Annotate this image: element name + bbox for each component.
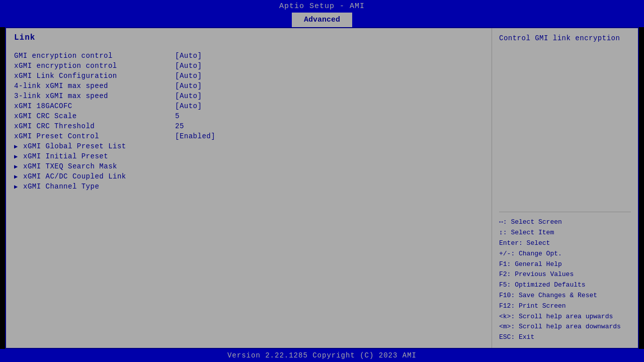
submenu-arrow-icon: ▶ [14, 163, 22, 170]
setting-row[interactable]: xGMI CRC Threshold25 [14, 122, 484, 131]
key-hint-row: F10: Save Changes & Reset [499, 291, 631, 301]
setting-name: 3-link xGMI max speed [14, 92, 175, 100]
key-hint-row: F5: Optimized Defaults [499, 280, 631, 291]
setting-row[interactable]: 3-link xGMI max speed[Auto] [14, 92, 484, 101]
setting-name: xGMI Preset Control [14, 132, 175, 140]
setting-name: xGMI Link Configuration [14, 72, 175, 80]
setting-value: [Auto] [175, 62, 202, 70]
key-hint-row: ESC: Exit [499, 332, 631, 343]
submenu-arrow-icon: ▶ [14, 143, 22, 150]
key-hint-row: F12: Print Screen [499, 301, 631, 312]
submenu-arrow-icon: ▶ [14, 153, 22, 160]
submenu-arrow-icon: ▶ [14, 183, 22, 191]
footer-text: Version 2.22.1285 Copyright (C) 2023 AMI [227, 351, 417, 359]
setting-name: xGMI CRC Threshold [14, 122, 175, 130]
submenu-row[interactable]: ▶xGMI Initial Preset [14, 152, 484, 161]
key-hint-row: <k>: Scroll help area upwards [499, 312, 631, 322]
setting-row[interactable]: xGMI CRC Scale5 [14, 112, 484, 121]
tab-bar: Advanced [0, 13, 644, 27]
divider [499, 212, 631, 212]
setting-name: xGMI encryption control [14, 62, 175, 70]
setting-value: [Auto] [175, 102, 202, 110]
setting-value: [Auto] [175, 72, 202, 80]
panel-title: Link [14, 33, 484, 42]
setting-row[interactable]: 4-link xGMI max speed[Auto] [14, 81, 484, 90]
setting-row[interactable]: xGMI encryption control[Auto] [14, 61, 484, 70]
submenu-name: xGMI AC/DC Coupled Link [23, 172, 126, 180]
setting-value: [Auto] [175, 82, 202, 90]
submenu-name: xGMI Initial Preset [23, 152, 108, 160]
title-bar: Aptio Setup - AMI [0, 0, 644, 13]
right-panel: Control GMI link encryption ↔: Select Sc… [492, 28, 638, 348]
setting-name: 4-link xGMI max speed [14, 82, 175, 90]
setting-row[interactable]: GMI encryption control[Auto] [14, 51, 484, 60]
submenu-row[interactable]: ▶xGMI TXEQ Search Mask [14, 162, 484, 171]
submenu-name: xGMI TXEQ Search Mask [23, 162, 117, 170]
submenu-row[interactable]: ▶xGMI AC/DC Coupled Link [14, 172, 484, 181]
setting-row[interactable]: xGMI Link Configuration[Auto] [14, 71, 484, 80]
submenu-row[interactable]: ▶xGMI Global Preset List [14, 142, 484, 151]
key-hint-row: Enter: Select [499, 238, 631, 249]
submenu-name: xGMI Global Preset List [23, 142, 126, 150]
settings-list: GMI encryption control[Auto]xGMI encrypt… [14, 51, 484, 141]
setting-name: xGMI CRC Scale [14, 112, 175, 120]
submenu-row[interactable]: ▶xGMI Channel Type [14, 182, 484, 191]
submenu-name: xGMI Channel Type [23, 183, 99, 191]
footer: Version 2.22.1285 Copyright (C) 2023 AMI [0, 349, 644, 362]
setting-value: 25 [175, 122, 184, 130]
main-content: Link GMI encryption control[Auto]xGMI en… [5, 27, 639, 349]
setting-value: [Enabled] [175, 132, 215, 140]
key-hint-row: F1: General Help [499, 259, 631, 270]
tab-advanced[interactable]: Advanced [292, 13, 352, 27]
setting-row[interactable]: xGMI 18GACOFC[Auto] [14, 102, 484, 111]
key-hint-row: ↔: Select Screen [499, 217, 631, 228]
setting-value: 5 [175, 112, 180, 120]
submenus-list: ▶xGMI Global Preset List▶xGMI Initial Pr… [14, 142, 484, 191]
key-hints: ↔: Select Screen↕: Select ItemEnter: Sel… [499, 217, 631, 343]
key-hint-row: F2: Previous Values [499, 269, 631, 280]
help-text: Control GMI link encryption [499, 33, 631, 44]
setting-row[interactable]: xGMI Preset Control[Enabled] [14, 132, 484, 141]
setting-value: [Auto] [175, 92, 202, 100]
setting-value: [Auto] [175, 52, 202, 60]
setting-name: xGMI 18GACOFC [14, 102, 175, 110]
left-panel: Link GMI encryption control[Auto]xGMI en… [6, 28, 492, 348]
key-hint-row: <m>: Scroll help area downwards [499, 322, 631, 332]
title-text: Aptio Setup - AMI [279, 2, 365, 11]
key-hint-row: +/-: Change Opt. [499, 249, 631, 259]
key-hint-row: ↕: Select Item [499, 228, 631, 238]
setting-name: GMI encryption control [14, 52, 175, 60]
submenu-arrow-icon: ▶ [14, 173, 22, 180]
